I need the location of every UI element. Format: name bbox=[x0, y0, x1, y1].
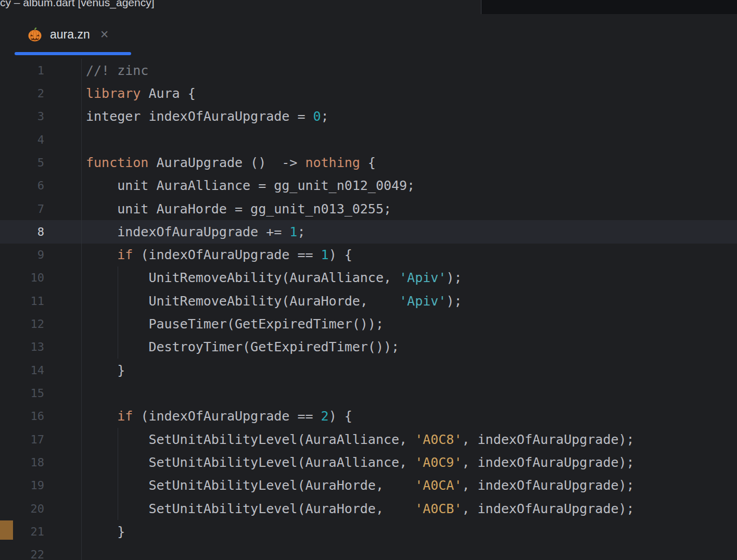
code-token: DestroyTimer(GetExpiredTimer()); bbox=[86, 339, 399, 354]
code-line-8[interactable]: 8 indexOfAuraUpgrade += 1; bbox=[0, 220, 737, 243]
line-number[interactable]: 18 bbox=[13, 451, 82, 474]
code-token: AuraUpgrade () -> bbox=[148, 155, 305, 170]
line-number[interactable]: 8 bbox=[13, 220, 82, 243]
code-line-6[interactable]: 6 unit AuraAlliance = gg_unit_n012_0049; bbox=[0, 174, 737, 197]
line-number[interactable]: 5 bbox=[13, 151, 82, 174]
code-token: 2 bbox=[321, 409, 329, 424]
line-number[interactable]: 1 bbox=[13, 59, 82, 82]
code-line-7[interactable]: 7 unit AuraHorde = gg_unit_n013_0255; bbox=[0, 197, 737, 220]
code-line-14[interactable]: 14 } bbox=[0, 359, 737, 381]
pumpkin-file-icon bbox=[27, 27, 43, 42]
code-text: UnitRemoveAbility(AuraAlliance, 'Apiv'); bbox=[82, 270, 462, 285]
code-line-2[interactable]: 2library Aura { bbox=[0, 82, 737, 105]
code-token: SetUnitAbilityLevel(AuraHorde, bbox=[86, 478, 415, 493]
code-token: SetUnitAbilityLevel(AuraAlliance, bbox=[86, 432, 415, 447]
code-token: ); bbox=[446, 294, 462, 309]
code-line-10[interactable]: 10 UnitRemoveAbility(AuraAlliance, 'Apiv… bbox=[0, 266, 737, 289]
code-token: 0 bbox=[313, 109, 321, 124]
code-text: //! zinc bbox=[82, 63, 148, 78]
code-line-20[interactable]: 20 SetUnitAbilityLevel(AuraHorde, 'A0CB'… bbox=[0, 497, 737, 520]
code-token: ) { bbox=[329, 247, 352, 262]
code-token: unit AuraHorde = gg_unit_n013_0255; bbox=[86, 201, 391, 217]
indent-guide bbox=[118, 428, 118, 520]
code-line-13[interactable]: 13 DestroyTimer(GetExpiredTimer()); bbox=[0, 336, 737, 359]
code-token: SetUnitAbilityLevel(AuraHorde, bbox=[86, 501, 415, 516]
code-line-21[interactable]: 21 } bbox=[0, 520, 737, 543]
code-token: function bbox=[86, 155, 148, 170]
line-number[interactable]: 14 bbox=[13, 359, 82, 381]
active-tab-indicator bbox=[15, 52, 131, 55]
code-line-3[interactable]: 3integer indexOfAuraUpgrade = 0; bbox=[0, 105, 737, 128]
code-text: indexOfAuraUpgrade += 1; bbox=[82, 224, 305, 239]
code-line-15[interactable]: 15 bbox=[0, 381, 737, 404]
code-token: (indexOfAuraUpgrade == bbox=[133, 247, 321, 262]
code-token: library bbox=[86, 86, 141, 101]
code-text: PauseTimer(GetExpiredTimer()); bbox=[82, 316, 384, 332]
titlebar-left: cy – album.dart [venus_agency] bbox=[0, 0, 481, 14]
code-token: ; bbox=[297, 224, 305, 239]
code-editor[interactable]: 1//! zinc2library Aura {3integer indexOf… bbox=[0, 59, 737, 560]
indent-guide bbox=[118, 266, 118, 359]
line-number[interactable]: 13 bbox=[13, 336, 82, 359]
code-token: ); bbox=[446, 270, 462, 285]
code-token: 'Apiv' bbox=[399, 270, 446, 285]
line-number[interactable]: 7 bbox=[13, 197, 82, 220]
code-token: { bbox=[360, 155, 376, 170]
code-line-22[interactable]: 22 bbox=[0, 543, 737, 560]
code-token: , indexOfAuraUpgrade); bbox=[462, 478, 634, 493]
code-token: , indexOfAuraUpgrade); bbox=[462, 455, 634, 470]
code-line-5[interactable]: 5function AuraUpgrade () -> nothing { bbox=[0, 151, 737, 174]
code-token: nothing bbox=[305, 155, 360, 170]
line-number[interactable]: 20 bbox=[13, 497, 82, 520]
code-token: , indexOfAuraUpgrade); bbox=[462, 432, 634, 447]
code-text: function AuraUpgrade () -> nothing { bbox=[82, 155, 376, 170]
code-token: //! zinc bbox=[86, 63, 148, 78]
code-line-17[interactable]: 17 SetUnitAbilityLevel(AuraAlliance, 'A0… bbox=[0, 428, 737, 451]
code-token: 'A0C9' bbox=[415, 455, 462, 470]
code-token: 1 bbox=[289, 224, 297, 239]
line-number[interactable]: 22 bbox=[13, 543, 82, 560]
code-line-11[interactable]: 11 UnitRemoveAbility(AuraHorde, 'Apiv'); bbox=[0, 289, 737, 312]
line-number[interactable]: 19 bbox=[13, 474, 82, 497]
line-number[interactable]: 4 bbox=[13, 128, 82, 151]
code-line-16[interactable]: 16 if (indexOfAuraUpgrade == 2) { bbox=[0, 405, 737, 428]
code-line-12[interactable]: 12 PauseTimer(GetExpiredTimer()); bbox=[0, 312, 737, 335]
line-number[interactable]: 11 bbox=[13, 289, 82, 312]
window-titlebar: cy – album.dart [venus_agency] bbox=[0, 0, 737, 14]
code-token: UnitRemoveAbility(AuraAlliance, bbox=[86, 270, 399, 285]
code-lines: 1//! zinc2library Aura {3integer indexOf… bbox=[0, 59, 737, 560]
code-line-1[interactable]: 1//! zinc bbox=[0, 59, 737, 82]
code-token: } bbox=[86, 524, 125, 539]
line-number[interactable]: 2 bbox=[13, 82, 82, 105]
code-token: integer indexOfAuraUpgrade = bbox=[86, 109, 313, 124]
close-tab-icon[interactable]: × bbox=[100, 28, 109, 42]
code-line-19[interactable]: 19 SetUnitAbilityLevel(AuraHorde, 'A0CA'… bbox=[0, 474, 737, 497]
line-number[interactable]: 17 bbox=[13, 428, 82, 451]
code-token: 1 bbox=[321, 247, 329, 262]
code-text: if (indexOfAuraUpgrade == 2) { bbox=[82, 409, 352, 424]
code-text: UnitRemoveAbility(AuraHorde, 'Apiv'); bbox=[82, 294, 462, 309]
tab-aura-zn[interactable]: aura.zn × bbox=[15, 14, 120, 55]
code-token: ) { bbox=[329, 409, 352, 424]
line-number[interactable]: 10 bbox=[13, 266, 82, 289]
code-token: 'A0C8' bbox=[415, 432, 462, 447]
code-token: 'A0CB' bbox=[415, 501, 462, 516]
code-line-18[interactable]: 18 SetUnitAbilityLevel(AuraAlliance, 'A0… bbox=[0, 451, 737, 474]
code-text: DestroyTimer(GetExpiredTimer()); bbox=[82, 339, 399, 354]
code-text: library Aura { bbox=[82, 86, 196, 101]
line-number[interactable]: 6 bbox=[13, 174, 82, 197]
code-token: , indexOfAuraUpgrade); bbox=[462, 501, 634, 516]
line-number[interactable]: 21 bbox=[13, 520, 82, 543]
line-number[interactable]: 3 bbox=[13, 105, 82, 128]
line-number[interactable]: 9 bbox=[13, 244, 82, 266]
line-number[interactable]: 16 bbox=[13, 405, 82, 428]
gutter-marker bbox=[0, 520, 13, 540]
line-number[interactable]: 12 bbox=[13, 312, 82, 335]
line-number[interactable]: 15 bbox=[13, 381, 82, 404]
code-line-4[interactable]: 4 bbox=[0, 128, 737, 151]
code-token: unit AuraAlliance = gg_unit_n012_0049; bbox=[86, 178, 415, 193]
window-title: cy – album.dart [venus_agency] bbox=[0, 0, 155, 9]
code-token: PauseTimer(GetExpiredTimer()); bbox=[86, 316, 384, 332]
code-text: SetUnitAbilityLevel(AuraAlliance, 'A0C8'… bbox=[82, 432, 634, 447]
code-line-9[interactable]: 9 if (indexOfAuraUpgrade == 1) { bbox=[0, 244, 737, 266]
